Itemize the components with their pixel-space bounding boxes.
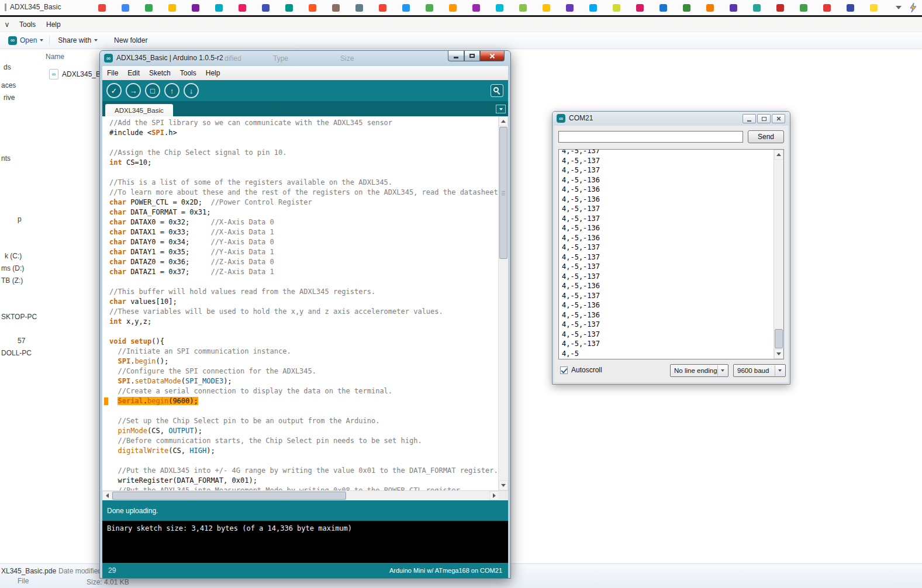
details-file-name: XL345_Basic.pde bbox=[1, 567, 56, 575]
serial-input[interactable] bbox=[558, 131, 743, 143]
minimize-button[interactable] bbox=[743, 114, 756, 123]
site-favicon[interactable] bbox=[332, 4, 340, 12]
site-favicon[interactable] bbox=[285, 4, 293, 12]
code-line: char DATAX1 = 0x33; //X-Axis Data 1 bbox=[109, 227, 498, 237]
site-favicon[interactable] bbox=[496, 4, 503, 12]
site-favicon[interactable] bbox=[309, 4, 316, 12]
site-favicon[interactable] bbox=[215, 4, 223, 12]
line-ending-select[interactable]: No line ending bbox=[670, 364, 728, 377]
site-favicon[interactable] bbox=[239, 4, 246, 12]
site-favicon[interactable] bbox=[379, 4, 386, 12]
site-favicon[interactable] bbox=[613, 4, 620, 12]
site-favicon[interactable] bbox=[589, 4, 597, 12]
scroll-up-button[interactable] bbox=[774, 150, 783, 160]
site-favicon[interactable] bbox=[847, 4, 854, 12]
desktop: ADXL345_Basic vToolsHelp ∞ Open Share wi… bbox=[0, 0, 922, 588]
menu-help[interactable]: Help bbox=[201, 67, 225, 79]
menu-file[interactable]: File bbox=[102, 67, 123, 79]
scrollbar-thumb[interactable] bbox=[499, 127, 507, 259]
scrollbar-thumb[interactable] bbox=[112, 492, 346, 500]
site-favicon[interactable] bbox=[823, 4, 831, 12]
serial-monitor-button[interactable] bbox=[491, 84, 503, 97]
site-favicon[interactable] bbox=[426, 4, 433, 12]
maximize-button[interactable] bbox=[464, 51, 480, 61]
site-favicon[interactable] bbox=[543, 4, 550, 12]
scroll-down-button[interactable] bbox=[774, 349, 783, 359]
sidebar-item[interactable]: ds bbox=[4, 63, 11, 71]
site-favicon[interactable] bbox=[402, 4, 410, 12]
scroll-up-button[interactable] bbox=[499, 116, 508, 126]
serial-line: 4,-5,-136 bbox=[562, 175, 773, 185]
code-editor[interactable]: //Add the SPI library so we can communic… bbox=[102, 116, 508, 490]
menu-sketch[interactable]: Sketch bbox=[144, 67, 175, 79]
serial-scrollbar[interactable] bbox=[773, 150, 783, 359]
lightning-icon[interactable] bbox=[910, 3, 917, 13]
scroll-left-button[interactable] bbox=[102, 491, 112, 500]
breadcrumb[interactable]: ADXL345_Basic bbox=[5, 3, 61, 11]
share-with-button[interactable]: Share with bbox=[50, 36, 106, 44]
site-favicon[interactable] bbox=[355, 4, 363, 12]
site-favicon[interactable] bbox=[519, 4, 527, 12]
new-folder-button[interactable]: New folder bbox=[106, 36, 156, 44]
sidebar-item[interactable]: p bbox=[18, 215, 22, 223]
autoscroll-checkbox[interactable] bbox=[560, 366, 568, 374]
maximize-button[interactable] bbox=[757, 114, 771, 123]
site-favicon[interactable] bbox=[683, 4, 690, 12]
arduino-title-bar[interactable]: ∞ ADXL345_Basic | Arduino 1.0.5-r2 difie… bbox=[100, 51, 510, 66]
tab-adxl345-basic[interactable]: ADXL345_Basic bbox=[105, 104, 173, 116]
menu-tools[interactable]: Tools bbox=[14, 18, 41, 31]
sidebar-item[interactable]: k (C:) bbox=[5, 252, 22, 260]
column-header-name[interactable]: Name bbox=[46, 53, 64, 61]
scroll-down-button[interactable] bbox=[499, 480, 508, 490]
upload-button[interactable]: → bbox=[126, 83, 141, 98]
menu-v[interactable]: v bbox=[0, 18, 14, 31]
site-favicon[interactable] bbox=[753, 4, 761, 12]
scrollbar-thumb[interactable] bbox=[775, 329, 783, 348]
sidebar-item[interactable]: ms (D:) bbox=[1, 264, 24, 272]
send-button[interactable]: Send bbox=[748, 130, 784, 143]
save-button[interactable]: ↓ bbox=[184, 83, 199, 98]
close-button[interactable] bbox=[772, 114, 785, 123]
site-favicon[interactable] bbox=[168, 4, 176, 12]
sidebar-item[interactable]: rive bbox=[4, 94, 15, 102]
site-favicon[interactable] bbox=[800, 4, 807, 12]
menu-edit[interactable]: Edit bbox=[123, 67, 144, 79]
open-button[interactable]: ↑ bbox=[164, 83, 179, 98]
site-favicon[interactable] bbox=[192, 4, 199, 12]
site-favicon[interactable] bbox=[449, 4, 457, 12]
site-favicon[interactable] bbox=[776, 4, 784, 12]
sidebar-item[interactable]: 57 bbox=[18, 337, 25, 345]
editor-vscrollbar[interactable] bbox=[498, 116, 508, 490]
new-button[interactable]: □ bbox=[145, 83, 160, 98]
site-favicon[interactable] bbox=[98, 4, 106, 12]
site-favicon[interactable] bbox=[262, 4, 270, 12]
details-type-label: File bbox=[18, 577, 29, 585]
site-favicon[interactable] bbox=[122, 4, 129, 12]
site-favicon[interactable] bbox=[472, 4, 480, 12]
site-favicon[interactable] bbox=[145, 4, 153, 12]
site-favicon[interactable] bbox=[659, 4, 667, 12]
close-button[interactable] bbox=[480, 51, 505, 61]
site-favicon[interactable] bbox=[870, 4, 878, 12]
sidebar-item[interactable]: TB (Z:) bbox=[1, 276, 23, 285]
open-button[interactable]: ∞ Open bbox=[0, 36, 49, 45]
site-favicon[interactable] bbox=[566, 4, 574, 12]
serial-monitor-title-bar[interactable]: ∞ COM21 bbox=[552, 112, 790, 126]
site-favicon[interactable] bbox=[706, 4, 714, 12]
verify-button[interactable]: ✓ bbox=[106, 83, 122, 98]
editor-hscrollbar[interactable] bbox=[102, 490, 499, 500]
selection-marker bbox=[104, 397, 108, 405]
sidebar-item[interactable]: aces bbox=[1, 81, 16, 89]
menu-help[interactable]: Help bbox=[41, 18, 66, 31]
site-favicon[interactable] bbox=[636, 4, 644, 12]
chevron-down-icon[interactable] bbox=[896, 6, 902, 9]
sidebar-item[interactable]: DOLL-PC bbox=[1, 349, 32, 357]
site-favicon[interactable] bbox=[730, 4, 737, 12]
baud-select[interactable]: 9600 baud bbox=[733, 364, 786, 377]
tab-menu-button[interactable] bbox=[496, 105, 506, 113]
arduino-statusbar: 29 Arduino Mini w/ ATmega168 on COM21 bbox=[102, 563, 508, 578]
minimize-button[interactable] bbox=[448, 51, 464, 61]
menu-tools[interactable]: Tools bbox=[175, 67, 201, 79]
sidebar-item[interactable]: SKTOP-PC bbox=[1, 313, 37, 321]
sidebar-item[interactable]: nts bbox=[1, 154, 11, 162]
